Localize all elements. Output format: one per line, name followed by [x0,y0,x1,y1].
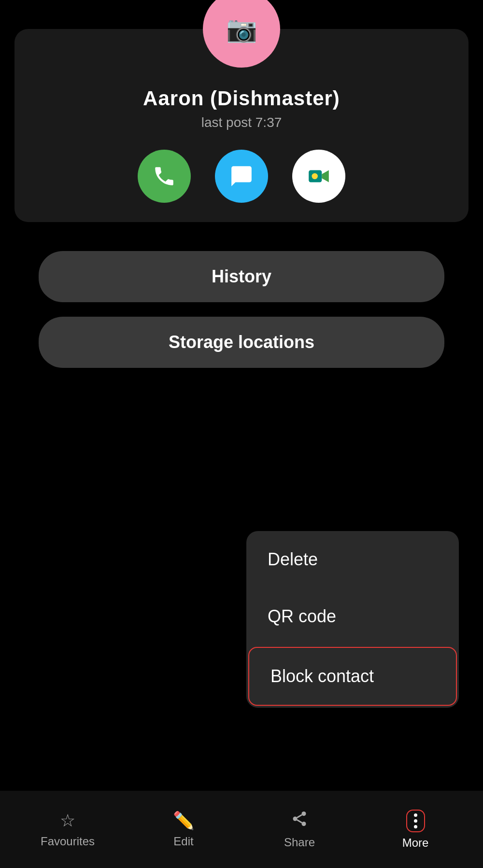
call-button[interactable] [138,150,191,203]
delete-button[interactable]: Delete [246,531,459,588]
nav-item-edit[interactable]: ✏️ Edit [126,811,242,848]
more-label: More [402,836,429,850]
svg-point-4 [293,816,298,821]
contact-card: 📷 Aaron (Dishmaster) last post 7:37 [14,29,469,222]
block-contact-button[interactable]: Block contact [248,647,457,706]
svg-point-5 [302,822,306,826]
storage-locations-button[interactable]: Storage locations [39,317,444,368]
svg-marker-1 [322,170,329,182]
contact-subtitle: last post 7:37 [201,115,282,130]
svg-line-7 [297,814,302,817]
menu-section: History Storage locations [39,251,444,368]
more-icon-box [406,810,425,832]
contact-name: Aaron (Dishmaster) [143,87,340,110]
edit-label: Edit [173,835,193,848]
svg-line-6 [297,820,302,823]
message-button[interactable] [215,150,268,203]
qr-code-button[interactable]: QR code [246,588,459,645]
nav-item-more[interactable]: More [357,810,473,850]
bottom-nav: ☆ Favourites ✏️ Edit Share More [0,791,483,868]
video-button[interactable] [292,150,345,203]
dropdown-menu: Delete QR code Block contact [246,531,459,708]
svg-point-2 [312,173,318,180]
favourites-label: Favourites [41,835,95,848]
avatar-wrapper: 📷 [203,0,280,68]
share-label: Share [284,836,315,849]
nav-item-favourites[interactable]: ☆ Favourites [10,811,126,848]
history-button[interactable]: History [39,251,444,302]
nav-item-share[interactable]: Share [242,810,357,849]
pencil-icon: ✏️ [173,811,195,831]
camera-icon: 📷 [226,14,257,44]
action-buttons [138,150,345,203]
share-icon [291,810,308,832]
star-icon: ☆ [60,811,75,831]
avatar: 📷 [203,0,280,68]
svg-point-3 [302,812,306,816]
three-dots-icon [414,813,417,828]
